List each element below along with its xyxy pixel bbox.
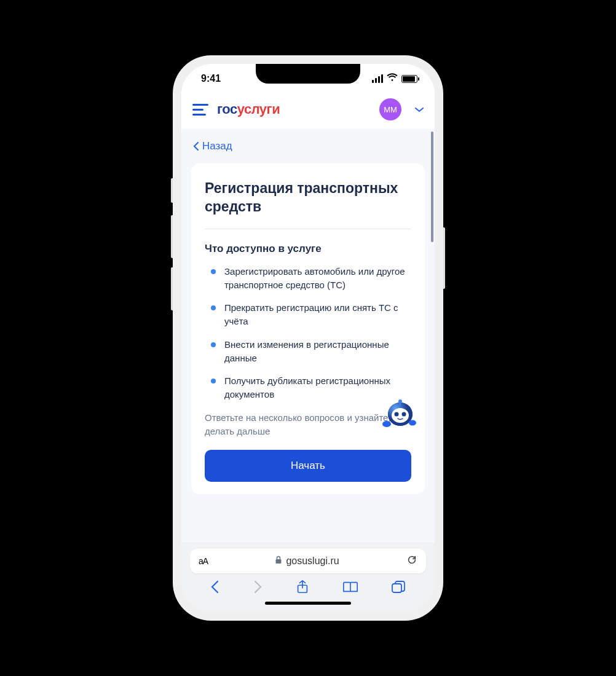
url-bar[interactable]: аА gosuslugi.ru	[190, 549, 426, 573]
assistant-robot-icon[interactable]	[379, 397, 416, 434]
tabs-icon[interactable]	[391, 580, 406, 596]
list-item: Внести изменения в регистрационные данны…	[205, 338, 411, 365]
refresh-icon[interactable]	[406, 554, 417, 568]
user-avatar[interactable]: ММ	[379, 98, 401, 120]
lock-icon	[275, 556, 282, 567]
notch	[256, 64, 360, 84]
divider	[205, 229, 411, 229]
back-label: Назад	[202, 140, 232, 152]
scrollbar-thumb[interactable]	[431, 132, 433, 242]
cellular-signal-icon	[372, 74, 383, 83]
section-title: Что доступно в услуге	[205, 243, 411, 255]
battery-icon	[401, 75, 417, 83]
svg-point-4	[402, 412, 406, 416]
phone-frame: 9:41 госуслуги	[173, 55, 443, 621]
browser-forward-icon	[253, 580, 263, 596]
bookmarks-icon[interactable]	[342, 580, 358, 596]
list-item: Зарегистрировать автомобиль или другое т…	[205, 265, 411, 292]
browser-back-icon[interactable]	[210, 580, 220, 596]
app-logo[interactable]: госуслуги	[217, 101, 371, 117]
svg-rect-11	[392, 584, 401, 592]
app-header: госуслуги ММ	[181, 93, 435, 129]
svg-point-2	[392, 408, 409, 423]
page-content[interactable]: Назад Регистрация транспортных средств Ч…	[181, 129, 435, 543]
chevron-down-icon[interactable]	[415, 104, 424, 115]
menu-icon[interactable]	[192, 104, 208, 116]
service-options-list: Зарегистрировать автомобиль или другое т…	[205, 265, 411, 401]
svg-point-8	[409, 420, 416, 425]
browser-chrome: аА gosuslugi.ru	[181, 543, 435, 612]
page-title: Регистрация транспортных средств	[205, 179, 411, 216]
chevron-left-icon	[194, 142, 199, 151]
svg-point-7	[382, 421, 391, 427]
back-link[interactable]: Назад	[181, 129, 435, 161]
share-icon[interactable]	[296, 580, 309, 597]
svg-rect-9	[276, 559, 282, 564]
url-text: gosuslugi.ru	[286, 556, 339, 567]
list-item: Прекратить регистрацию или снять ТС с уч…	[205, 301, 411, 328]
status-time: 9:41	[201, 73, 221, 84]
wifi-icon	[387, 73, 398, 84]
svg-point-5	[398, 399, 402, 403]
home-indicator[interactable]	[265, 602, 351, 605]
text-size-button[interactable]: аА	[199, 556, 208, 566]
svg-point-3	[395, 412, 399, 416]
service-card: Регистрация транспортных средств Что дос…	[191, 163, 425, 494]
start-button[interactable]: Начать	[205, 450, 411, 482]
